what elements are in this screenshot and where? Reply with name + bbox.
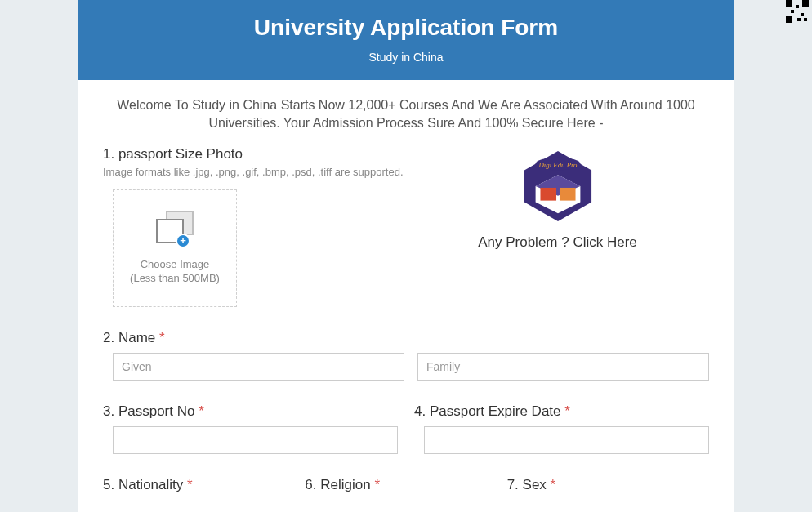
page-subtitle: Study in China — [95, 51, 717, 64]
family-name-input[interactable] — [417, 353, 709, 381]
passport-expire-input[interactable] — [424, 426, 709, 454]
form-header: University Application Form Study in Chi… — [78, 0, 734, 80]
passport-expire-label: 4. Passport Expire Date * — [414, 403, 709, 420]
name-label: 2. Name * — [103, 330, 709, 346]
upload-text: Choose Image (Less than 500MB) — [130, 258, 220, 286]
welcome-text: Welcome To Study in China Starts Now 12,… — [78, 80, 734, 146]
photo-upload-box[interactable]: + Choose Image (Less than 500MB) — [113, 189, 237, 307]
qr-code-icon[interactable] — [786, 0, 809, 23]
photo-label: 1. passport Size Photo — [103, 146, 406, 163]
svg-rect-4 — [559, 188, 575, 201]
help-link[interactable]: Any Problem ? Click Here — [406, 234, 709, 251]
photo-hint: Image formats like .jpg, .png, .gif, .bm… — [103, 166, 406, 180]
image-upload-icon: + — [156, 211, 194, 247]
page-title: University Application Form — [95, 15, 717, 41]
passport-no-label: 3. Passport No * — [103, 403, 398, 420]
sex-label: 7. Sex * — [507, 477, 709, 493]
help-logo: Digi Edu Pro — [406, 149, 709, 226]
religion-label: 6. Religion * — [305, 477, 506, 493]
svg-text:Digi Edu Pro: Digi Edu Pro — [538, 160, 578, 168]
svg-rect-3 — [540, 188, 556, 201]
nationality-label: 5. Nationality * — [103, 477, 305, 493]
given-name-input[interactable] — [113, 353, 404, 381]
passport-no-input[interactable] — [113, 426, 398, 454]
